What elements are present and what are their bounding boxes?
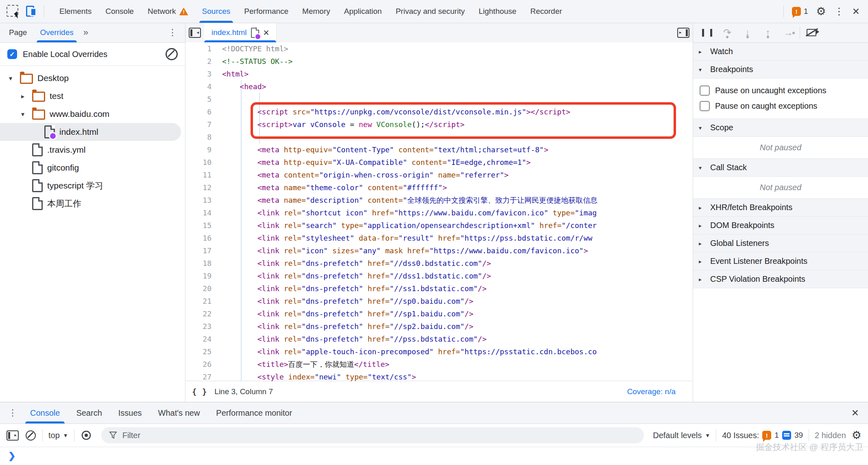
drawer-tab-search[interactable]: Search [68,402,110,423]
tab-overrides[interactable]: Overrides [33,23,80,42]
line-number[interactable]: 18 [185,259,212,268]
pause-icon[interactable] [698,25,716,40]
line-number[interactable]: 19 [185,272,212,280]
line-number[interactable]: 13 [185,196,212,204]
drawer-tab-performance-monitor[interactable]: Performance monitor [208,402,300,423]
coverage-link[interactable]: Coverage: n/a [627,387,686,396]
step-into-icon[interactable]: ↓ [739,25,757,40]
context-selector[interactable]: top ▼ [48,431,68,440]
collapse-arrow-icon[interactable]: ▾ [6,75,15,82]
line-number[interactable]: 20 [185,284,212,293]
more-options-icon[interactable]: ⋮ [834,7,844,16]
section-global-listeners[interactable]: ▸Global Listeners [693,235,868,252]
drawer-tab-issues[interactable]: Issues [110,402,150,423]
line-number[interactable]: 27 [185,373,212,381]
line-number[interactable]: 5 [185,95,212,103]
drawer-tab-console[interactable]: Console [22,402,68,423]
tab-page[interactable]: Page [2,23,33,42]
section-csp-violation-breakpoints[interactable]: ▸CSP Violation Breakpoints [693,270,868,288]
tree-item-travis-yml[interactable]: .travis.yml [0,141,185,159]
section-event-listener-breakpoints[interactable]: ▸Event Listener Breakpoints [693,252,868,270]
tab-performance[interactable]: Performance [237,0,295,23]
tree-item-typescript-学习[interactable]: typescript 学习 [0,177,185,195]
device-toolbar-icon[interactable] [26,5,37,18]
checkbox-unchecked[interactable] [700,86,710,96]
collapse-arrow-icon[interactable]: ▾ [18,110,28,118]
line-number[interactable]: 22 [185,309,212,318]
tab-privacy-and-security[interactable]: Privacy and security [389,0,472,23]
line-number[interactable]: 4 [185,82,212,91]
issues-counter-button[interactable]: ! 1 [792,7,808,16]
section-breakpoints[interactable]: ▾Breakpoints [693,61,868,79]
tree-item-gitconfig[interactable]: gitconfig [0,159,185,177]
checkbox-unchecked[interactable] [700,101,710,111]
close-drawer-icon[interactable]: ✕ [842,408,868,419]
line-number[interactable]: 25 [185,347,212,356]
section-watch[interactable]: ▸Watch [693,43,868,61]
line-number[interactable]: 17 [185,246,212,255]
drawer-more-icon[interactable]: ⋮ [3,408,22,418]
line-number[interactable]: 15 [185,221,212,230]
breakpoint-option[interactable]: Pause on caught exceptions [693,98,868,114]
console-sidebar-icon[interactable]: ▸ [7,430,19,441]
step-over-icon[interactable]: ↷ [718,25,736,40]
log-level-selector[interactable]: Default levels ▼ [653,431,710,440]
line-number[interactable]: 24 [185,335,212,343]
line-number[interactable]: 21 [185,297,212,305]
editor-tab-index-html[interactable]: index.html ✕ [204,23,277,42]
line-number[interactable]: 11 [185,171,212,179]
close-tab-icon[interactable]: ✕ [263,28,270,37]
clear-overrides-icon[interactable] [166,48,178,60]
console-prompt[interactable]: ❯ [0,447,868,465]
drawer-tab-what-s-new[interactable]: What's new [150,402,208,423]
line-number[interactable]: 14 [185,208,212,217]
tab-memory[interactable]: Memory [295,0,337,23]
section-call-stack[interactable]: ▾Call Stack [693,159,868,177]
console-settings-icon[interactable]: ⚙ [852,430,861,441]
tab-recorder[interactable]: Recorder [523,0,569,23]
tree-item-www-baidu-com[interactable]: ▾www.baidu.com [0,105,185,123]
line-number[interactable]: 1 [185,44,212,53]
close-devtools-icon[interactable]: ✕ [852,7,860,16]
code-area[interactable]: 1<!DOCTYPE html>2<!--STATUS OK-->3<html>… [185,42,693,381]
tab-network[interactable]: Network! [141,0,195,23]
hidden-messages-label[interactable]: 2 hidden [815,431,846,440]
line-number[interactable]: 12 [185,183,212,192]
filter-input[interactable]: Filter [101,427,644,443]
show-debugger-sidebar-icon[interactable]: ▸ [674,23,693,42]
tab-sources[interactable]: Sources [195,0,238,23]
navigator-menu-icon[interactable]: ⋮ [168,23,183,42]
tree-item-desktop[interactable]: ▾Desktop [0,69,185,87]
inspect-element-icon[interactable] [7,5,18,18]
more-tabs-icon[interactable]: » [80,23,92,42]
line-number[interactable]: 9 [185,145,212,154]
enable-overrides-checkbox[interactable]: ✓ [7,49,17,59]
line-number[interactable]: 3 [185,70,212,78]
section-dom-breakpoints[interactable]: ▸DOM Breakpoints [693,217,868,235]
expand-arrow-icon[interactable]: ▸ [18,92,28,100]
step-icon[interactable]: → [779,25,797,40]
tree-item-本周工作[interactable]: 本周工作 [0,195,185,213]
tab-console[interactable]: Console [98,0,141,23]
deactivate-breakpoints-icon[interactable] [803,25,820,40]
line-number[interactable]: 26 [185,360,212,368]
tab-elements[interactable]: Elements [52,0,98,23]
breakpoint-option[interactable]: Pause on uncaught exceptions [693,83,868,98]
line-number[interactable]: 23 [185,322,212,331]
line-number[interactable]: 10 [185,158,212,167]
line-number[interactable]: 6 [185,107,212,116]
line-number[interactable]: 2 [185,57,212,66]
line-number[interactable]: 7 [185,120,212,129]
line-number[interactable]: 16 [185,234,212,242]
tab-lighthouse[interactable]: Lighthouse [472,0,523,23]
step-out-icon[interactable]: ↑ [759,25,777,40]
tree-item-test[interactable]: ▸test [0,87,185,105]
section-xhr-fetch-breakpoints[interactable]: ▸XHR/fetch Breakpoints [693,199,868,217]
section-scope[interactable]: ▾Scope [693,119,868,137]
pretty-print-icon[interactable]: { } [192,387,207,396]
hide-navigator-icon[interactable]: ◂ [185,23,204,42]
tree-item-index-html[interactable]: index.html [0,123,181,141]
line-number[interactable]: 8 [185,133,212,141]
live-expression-eye-icon[interactable] [80,430,92,441]
settings-gear-icon[interactable]: ⚙ [816,6,826,17]
